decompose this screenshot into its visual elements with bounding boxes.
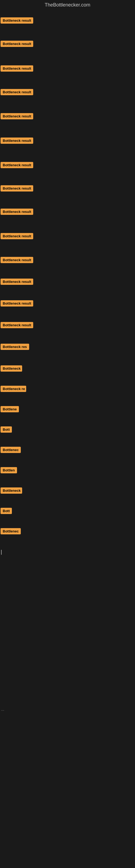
bottleneck-badge[interactable]: Bottleneck result — [1, 279, 33, 285]
bottleneck-item[interactable]: Bottleneck result — [1, 113, 33, 120]
bottleneck-badge[interactable]: Bottlenec — [1, 447, 21, 453]
bottleneck-badge[interactable]: Bottleneck re — [1, 386, 26, 392]
bottleneck-item[interactable]: Bott — [1, 426, 12, 434]
bottleneck-badge[interactable]: Bottlen — [1, 467, 17, 473]
bottleneck-badge[interactable]: Bottlene — [1, 406, 19, 412]
site-header: TheBottlenecker.com — [0, 0, 135, 10]
bottleneck-item[interactable]: Bottleneck result — [1, 89, 33, 96]
bottleneck-badge[interactable]: Bottleneck result — [1, 89, 33, 95]
bottleneck-badge[interactable]: Bottleneck result — [1, 322, 33, 328]
bottleneck-badge[interactable]: Bottleneck result — [1, 137, 33, 144]
bottleneck-badge[interactable]: Bottleneck result — [1, 113, 33, 119]
bottleneck-badge[interactable]: Bottleneck result — [1, 209, 33, 215]
bottleneck-item[interactable]: Bottleneck — [1, 488, 22, 495]
bottleneck-item[interactable]: Bottleneck result — [1, 162, 33, 169]
bottleneck-item[interactable]: Bottleneck re — [1, 386, 26, 393]
bottleneck-item[interactable]: Bottleneck result — [1, 209, 33, 216]
bottleneck-badge[interactable]: Bottleneck result — [1, 18, 33, 24]
bottleneck-badge[interactable]: Bottleneck res — [1, 344, 29, 350]
bottleneck-badge[interactable]: Bott — [1, 508, 12, 514]
bottleneck-item[interactable]: Bottleneck result — [1, 322, 33, 329]
bottleneck-item[interactable]: Bottleneck res — [1, 344, 29, 351]
bottleneck-badge[interactable]: Bottleneck — [1, 488, 22, 494]
bottleneck-item[interactable]: Bottlenec — [1, 528, 21, 535]
bottleneck-item[interactable]: Bottlen — [1, 467, 17, 474]
bottleneck-item[interactable]: Bottleneck result — [1, 300, 33, 308]
bottleneck-item[interactable]: Bottleneck result — [1, 257, 33, 264]
bottleneck-item[interactable]: Bott — [1, 508, 12, 515]
bottleneck-badge[interactable]: Bottleneck result — [1, 65, 33, 72]
bottleneck-badge[interactable]: Bottleneck result — [1, 233, 33, 239]
bottleneck-badge[interactable]: Bottlenec — [1, 528, 21, 534]
bottleneck-item[interactable]: Bottleneck — [1, 365, 22, 373]
bottleneck-badge[interactable]: Bottleneck result — [1, 257, 33, 263]
bottleneck-item[interactable]: Bottleneck result — [1, 185, 33, 193]
bottleneck-item[interactable]: Bottleneck result — [1, 137, 33, 145]
bottleneck-badge[interactable]: Bott — [1, 426, 12, 433]
bottleneck-badge[interactable]: Bottleneck result — [1, 41, 33, 47]
bottleneck-item[interactable]: Bottlenec — [1, 447, 21, 454]
ellipsis-indicator: ... — [1, 707, 4, 712]
bottleneck-list: Bottleneck resultBottleneck resultBottle… — [0, 10, 135, 865]
bottleneck-badge[interactable]: Bottleneck — [1, 365, 22, 372]
bottleneck-item[interactable]: Bottleneck result — [1, 18, 33, 25]
bottleneck-item[interactable]: Bottleneck result — [1, 65, 33, 73]
bottleneck-badge[interactable]: Bottleneck result — [1, 162, 33, 168]
bottleneck-badge[interactable]: Bottleneck result — [1, 300, 33, 307]
bottleneck-item[interactable]: Bottleneck result — [1, 233, 33, 240]
bottleneck-item[interactable]: Bottleneck result — [1, 41, 33, 48]
text-cursor — [1, 550, 2, 555]
bottleneck-badge[interactable]: Bottleneck result — [1, 185, 33, 191]
bottleneck-item[interactable]: Bottlene — [1, 406, 19, 413]
bottleneck-item[interactable]: Bottleneck result — [1, 279, 33, 286]
